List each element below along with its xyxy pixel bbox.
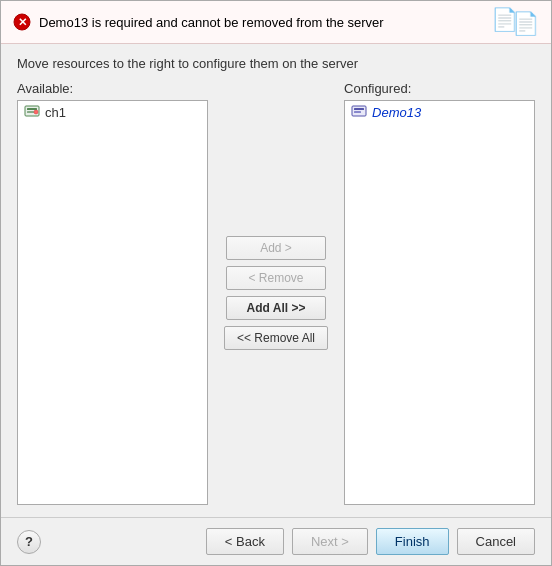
wizard-icons-area: 📄 📄 xyxy=(491,9,539,35)
dialog: ✕ Demo13 is required and cannot be remov… xyxy=(0,0,552,566)
svg-rect-3 xyxy=(27,108,37,110)
back-button[interactable]: < Back xyxy=(206,528,284,555)
cancel-button[interactable]: Cancel xyxy=(457,528,535,555)
svg-rect-7 xyxy=(354,108,364,110)
error-banner: ✕ Demo13 is required and cannot be remov… xyxy=(1,1,551,44)
footer: ? < Back Next > Finish Cancel xyxy=(1,517,551,565)
add-button[interactable]: Add > xyxy=(226,236,326,260)
next-button[interactable]: Next > xyxy=(292,528,368,555)
ch1-icon xyxy=(24,104,40,120)
ch1-label: ch1 xyxy=(45,105,66,120)
available-item-ch1[interactable]: ch1 xyxy=(18,101,207,123)
remove-button[interactable]: < Remove xyxy=(226,266,326,290)
demo13-label: Demo13 xyxy=(372,105,421,120)
configured-label: Configured: xyxy=(344,81,535,96)
error-icon: ✕ xyxy=(13,13,31,31)
configured-list-box[interactable]: Demo13 xyxy=(344,100,535,505)
svg-point-5 xyxy=(34,110,38,114)
error-message: Demo13 is required and cannot be removed… xyxy=(39,15,384,30)
demo13-icon xyxy=(351,104,367,120)
svg-rect-4 xyxy=(27,111,34,113)
main-content: Move resources to the right to configure… xyxy=(1,44,551,517)
svg-rect-8 xyxy=(354,111,361,113)
lists-area: Available: ch1 xyxy=(17,81,535,505)
footer-left: ? xyxy=(17,530,41,554)
configured-item-demo13[interactable]: Demo13 xyxy=(345,101,534,123)
svg-text:✕: ✕ xyxy=(18,16,27,28)
remove-all-button[interactable]: << Remove All xyxy=(224,326,328,350)
available-list-box[interactable]: ch1 xyxy=(17,100,208,505)
help-button[interactable]: ? xyxy=(17,530,41,554)
footer-right: < Back Next > Finish Cancel xyxy=(206,528,535,555)
instruction-text: Move resources to the right to configure… xyxy=(17,56,535,71)
transfer-buttons: Add > < Remove Add All >> << Remove All xyxy=(216,81,336,505)
available-label: Available: xyxy=(17,81,208,96)
finish-button[interactable]: Finish xyxy=(376,528,449,555)
add-all-button[interactable]: Add All >> xyxy=(226,296,326,320)
available-list-container: Available: ch1 xyxy=(17,81,208,505)
configured-list-container: Configured: Demo13 xyxy=(344,81,535,505)
doc-copy-icon: 📄 xyxy=(512,13,539,35)
